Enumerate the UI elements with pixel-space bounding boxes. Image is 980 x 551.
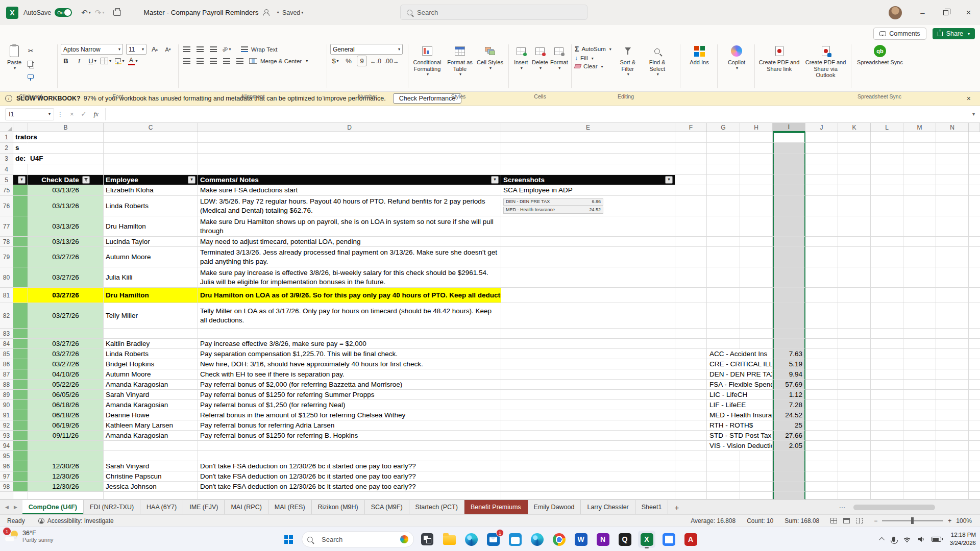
cell-M80[interactable]	[903, 267, 936, 288]
cell-M[interactable]	[903, 492, 936, 499]
merge-center-button[interactable]: Merge & Center	[249, 58, 308, 64]
cell-L88[interactable]	[871, 380, 903, 390]
date-cell-94[interactable]	[28, 441, 104, 451]
cell-B[interactable]	[28, 492, 104, 499]
increase-font-icon[interactable]: A▴	[150, 44, 160, 55]
cell-A91[interactable]	[13, 410, 28, 420]
cell-F93[interactable]	[675, 431, 707, 441]
cell-F76[interactable]	[675, 196, 707, 216]
cell-A79[interactable]	[13, 247, 28, 267]
tabs-scroll-right-icon[interactable]: ▶	[14, 505, 17, 510]
screenshot-cell-84[interactable]	[501, 339, 675, 349]
tabs-scroll-left-icon[interactable]: ◀	[5, 505, 9, 510]
cell-F86[interactable]	[675, 359, 707, 369]
cell-F87[interactable]	[675, 369, 707, 380]
hidden-icons-chevron-icon[interactable]	[879, 537, 885, 543]
cell-C4[interactable]	[104, 164, 198, 175]
cell-F2[interactable]	[675, 143, 707, 154]
fill-button[interactable]: ↓Fill	[575, 55, 611, 62]
screenshot-cell-95[interactable]	[501, 451, 675, 461]
spreadsheet-sync-button[interactable]: qbSpreadsheet Sync	[854, 43, 905, 66]
row-header-95[interactable]: 95	[0, 451, 13, 461]
cell-J79[interactable]	[805, 247, 838, 267]
employee-cell-97[interactable]: Christine Papscun	[104, 471, 198, 482]
cell-J85[interactable]	[805, 349, 838, 359]
premium-label-92[interactable]: RTH - ROTH$	[707, 420, 772, 430]
cell-M89[interactable]	[903, 390, 936, 400]
row-header-75[interactable]: 75	[0, 185, 13, 196]
cell-K82[interactable]	[838, 303, 871, 329]
note-cell-89[interactable]: Pay referral bonus of $1250 for referrin…	[198, 390, 501, 400]
cell-J3[interactable]	[805, 154, 838, 164]
cell-N85[interactable]	[936, 349, 969, 359]
copy-button[interactable]	[26, 58, 36, 69]
cell-F79[interactable]	[675, 247, 707, 267]
cell-L5[interactable]	[871, 175, 903, 185]
note-cell-88[interactable]: Pay referral bonus of $2,000 (for referr…	[198, 380, 501, 390]
cell-E4[interactable]	[501, 164, 675, 175]
cell-J83[interactable]	[805, 329, 838, 339]
employee-cell-75[interactable]: Elizabeth Kloha	[104, 185, 198, 196]
header-cell-comments[interactable]: Comments/ Notes▾	[198, 175, 501, 185]
align-left-icon[interactable]	[182, 56, 192, 66]
zoom-in-icon[interactable]: +	[948, 517, 951, 524]
screenshot-cell-90[interactable]	[501, 400, 675, 410]
cell-J87[interactable]	[805, 369, 838, 380]
cell-M85[interactable]	[903, 349, 936, 359]
employee-cell-77[interactable]: Dru Hamilton	[104, 216, 198, 237]
cell-G84[interactable]	[707, 339, 740, 349]
decrease-indent-icon[interactable]	[222, 56, 232, 66]
currency-button[interactable]: $	[330, 56, 340, 66]
cell-L98[interactable]	[871, 482, 903, 492]
cell-G75[interactable]	[707, 185, 740, 196]
premium-value-cell-78[interactable]	[773, 237, 805, 247]
date-cell-93[interactable]: 09/11/26	[28, 431, 104, 441]
cell-M96[interactable]	[903, 461, 936, 471]
conditional-formatting-button[interactable]: Conditional Formatting	[411, 43, 443, 90]
cell-J2[interactable]	[805, 143, 838, 154]
cell-K75[interactable]	[838, 185, 871, 196]
cell-L94[interactable]	[871, 441, 903, 451]
cell-B3[interactable]: U4F	[28, 154, 104, 164]
sheet-tab-rizikon-m9h-[interactable]: Rizikon (M9H)	[312, 500, 365, 514]
cell-N[interactable]	[936, 492, 969, 499]
cell-J98[interactable]	[805, 482, 838, 492]
premium-label-91[interactable]: MED - Health Insuran	[707, 410, 772, 420]
cell-A93[interactable]	[13, 431, 28, 441]
cell-L76[interactable]	[871, 196, 903, 216]
cell-G4[interactable]	[707, 164, 740, 175]
date-cell-91[interactable]: 06/18/26	[28, 410, 104, 420]
cell-K[interactable]	[838, 492, 871, 499]
cell-K1[interactable]	[838, 132, 871, 143]
cell-I5[interactable]	[773, 175, 805, 185]
cell-G[interactable]	[707, 492, 740, 499]
cell-F96[interactable]	[675, 461, 707, 471]
microphone-icon[interactable]	[892, 537, 895, 542]
cell-A87[interactable]	[13, 369, 28, 380]
cell-M92[interactable]	[903, 420, 936, 431]
date-cell-86[interactable]: 03/27/26	[28, 359, 104, 369]
cell-A83[interactable]	[13, 329, 28, 339]
row-header-94[interactable]: 94	[0, 441, 13, 451]
premium-value-cell-97[interactable]	[773, 471, 805, 482]
number-format-select[interactable]: General	[330, 44, 403, 55]
cell-K2[interactable]	[838, 143, 871, 154]
cell-N80[interactable]	[936, 267, 969, 288]
sheet-tab-mai-rpc-[interactable]: MAI (RPC)	[225, 500, 268, 514]
col-header-F[interactable]: F	[675, 123, 707, 132]
row-header-5[interactable]: 5	[0, 175, 13, 185]
premium-value-cell-88[interactable]: 57.69	[773, 380, 805, 390]
premium-value-cell-86[interactable]: 5.19	[773, 359, 805, 369]
cell-F85[interactable]	[675, 349, 707, 359]
header-cell-screenshots[interactable]: Screenshots▾	[501, 175, 675, 185]
insert-cells-button[interactable]: Insert	[512, 43, 530, 90]
cell-A4[interactable]	[13, 164, 28, 175]
premium-value-cell-79[interactable]	[773, 247, 805, 267]
cell-K85[interactable]	[838, 349, 871, 359]
format-as-table-button[interactable]: Format as Table	[445, 43, 475, 90]
col-header-G[interactable]: G	[707, 123, 740, 132]
horizontal-scrollbar[interactable]	[853, 505, 971, 510]
cell-F78[interactable]	[675, 237, 707, 247]
cell-H78[interactable]	[740, 237, 773, 247]
bold-button[interactable]: B	[61, 56, 71, 66]
